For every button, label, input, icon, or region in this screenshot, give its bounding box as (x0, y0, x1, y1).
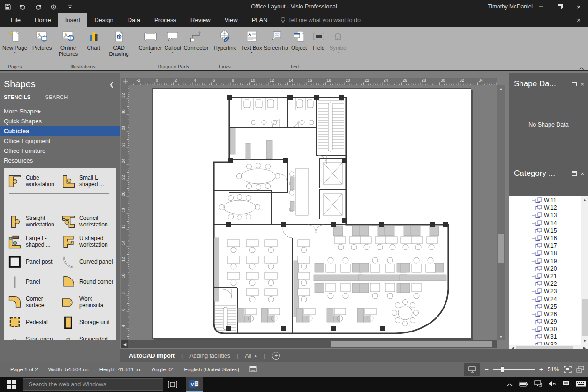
restore-button[interactable] (550, 0, 569, 13)
stencil-office-furniture[interactable]: Office Furniture (0, 146, 120, 156)
object-button[interactable]: Object (289, 27, 309, 51)
vertical-scrollbar[interactable]: ▲ ▼ (497, 85, 505, 340)
tab-file[interactable]: File (4, 13, 28, 27)
category-item[interactable]: W.19 (509, 257, 581, 265)
shape-corner-surface[interactable]: Corner surface (7, 292, 60, 312)
status-width[interactable]: Width: 54.504 m. (48, 367, 89, 372)
hidden-icons-chevron[interactable] (507, 380, 513, 389)
tab-home[interactable]: Home (28, 13, 58, 27)
category-item[interactable]: W.14 (509, 219, 581, 227)
tab-review[interactable]: Review (183, 13, 218, 27)
shape-u-shaped-workstation[interactable]: U shaped workstation (60, 232, 114, 252)
category-item[interactable]: W.25 (509, 303, 581, 310)
shape-pedestal[interactable]: Pedestal (7, 312, 60, 332)
shape-storage-unit[interactable]: Storage unit (60, 312, 114, 332)
touch-mode-icon[interactable] (50, 3, 60, 10)
shape-susp-open-shelf[interactable]: Susp open shelf (7, 332, 60, 340)
scroll-down-icon[interactable]: ▼ (497, 333, 505, 340)
minimize-button[interactable] (532, 0, 550, 13)
zoom-percentage[interactable]: 51% (548, 366, 559, 373)
tab-view[interactable]: View (218, 13, 245, 27)
symbol-button[interactable]: Ω Symbol ▾ (329, 27, 348, 54)
category-item[interactable]: W.12 (509, 204, 581, 211)
zoom-in-button[interactable]: + (539, 366, 543, 373)
hyperlink-button[interactable]: Hyperlink (213, 27, 237, 51)
category-item[interactable]: W.16 (509, 234, 581, 242)
text-box-button[interactable]: A Text Box ▾ (241, 27, 263, 54)
fit-page-button[interactable] (564, 366, 572, 374)
float-pane-icon[interactable] (572, 82, 577, 86)
shape-small-l-shaped[interactable]: Small L-shaped ... (60, 171, 114, 191)
network-icon[interactable] (534, 380, 542, 389)
shape-straight-workstation[interactable]: Straight workstation (7, 211, 60, 232)
category-item[interactable]: W.30 (509, 325, 581, 333)
tab-search[interactable]: SEARCH (45, 94, 68, 100)
status-height[interactable]: Height: 41.511 m. (99, 367, 142, 372)
window-switch-icon[interactable] (249, 366, 257, 373)
category-item[interactable]: W.24 (509, 295, 581, 302)
shape-council-workstation[interactable]: Council workstation (60, 211, 114, 232)
stencil-cubicles[interactable]: Cubicles (0, 126, 120, 136)
scroll-down-icon[interactable]: ▼ (581, 338, 588, 345)
drawing-canvas[interactable] (129, 85, 497, 340)
category-item[interactable]: W.29 (509, 318, 581, 325)
status-angle[interactable]: Angle: 0° (152, 367, 174, 372)
stencil-office-equipment[interactable]: Office Equipment (0, 136, 120, 146)
category-item[interactable]: W.23 (509, 287, 581, 295)
start-button[interactable] (0, 377, 23, 392)
undo-icon[interactable] (19, 4, 26, 10)
vertical-scroll-thumb[interactable] (498, 234, 504, 263)
drawing-page[interactable] (152, 88, 471, 339)
scroll-left-icon[interactable]: ◀ (121, 340, 128, 348)
stencil-quick-shapes[interactable]: Quick Shapes (0, 116, 120, 126)
online-pictures-button[interactable]: Online Pictures (53, 27, 84, 57)
shape-round-corner[interactable]: Round corner (60, 272, 114, 292)
screentip-button[interactable]: ScreenTip (263, 27, 289, 51)
zoom-out-button[interactable]: − (485, 366, 489, 373)
signed-in-user[interactable]: Timothy McDaniel (488, 0, 533, 13)
collapse-shapes-icon[interactable]: ❮ (109, 81, 114, 88)
zoom-slider[interactable] (493, 369, 535, 370)
page-tab-autocad-import[interactable]: AutoCAD import (129, 353, 175, 359)
field-button[interactable]: Field (309, 27, 329, 51)
category-item[interactable]: W.20 (509, 265, 581, 272)
container-button[interactable]: Container ▾ (138, 27, 163, 54)
save-icon[interactable] (5, 4, 11, 10)
new-page-button[interactable]: New Page ▾ (1, 27, 28, 54)
presentation-mode-button[interactable] (464, 363, 480, 376)
close-pane-icon[interactable]: × (580, 170, 584, 177)
horizontal-scroll-thumb[interactable] (331, 341, 492, 347)
cad-drawing-button[interactable]: CAD Drawing (104, 27, 135, 57)
stencil-resources[interactable]: Resources (0, 156, 120, 166)
tab-plan[interactable]: PLAN (245, 13, 275, 27)
float-pane-icon[interactable] (572, 171, 577, 176)
visio-taskbar-button[interactable]: V (186, 377, 203, 392)
shape-cube-workstation[interactable]: Cube workstation (7, 171, 60, 191)
shape-work-peninsula[interactable]: Work peninsula (60, 292, 114, 312)
tab-stencils[interactable]: STENCILS (4, 94, 31, 100)
category-item[interactable]: W.21 (509, 272, 581, 280)
category-vertical-scrollbar[interactable]: ▲ ▼ (581, 196, 588, 345)
scroll-up-icon[interactable]: ▲ (497, 85, 505, 92)
close-drawing-icon[interactable]: × (569, 13, 588, 27)
chart-button[interactable]: Chart (84, 27, 104, 51)
scroll-up-icon[interactable]: ▲ (581, 196, 588, 204)
task-view-button[interactable] (163, 377, 182, 392)
collapse-ribbon-icon[interactable] (579, 64, 584, 72)
shape-panel[interactable]: Panel (7, 272, 60, 292)
tab-insert[interactable]: Insert (58, 13, 88, 27)
category-item[interactable]: W.13 (509, 211, 581, 219)
redo-icon[interactable] (35, 4, 42, 10)
customize-qat-icon[interactable] (68, 4, 72, 9)
category-item[interactable]: W.26 (509, 310, 581, 318)
status-language[interactable]: English (United States) (184, 367, 240, 372)
insert-page-button[interactable]: + (272, 352, 280, 360)
category-item[interactable]: W.17 (509, 242, 581, 249)
switch-windows-button[interactable] (576, 366, 584, 374)
category-scroll-thumb[interactable] (582, 299, 588, 336)
action-center-icon[interactable] (562, 380, 570, 389)
volume-muted-icon[interactable] (548, 380, 556, 389)
tab-data[interactable]: Data (121, 13, 147, 27)
page-tab-adding-facilities[interactable]: Adding facilities (189, 353, 230, 359)
close-button[interactable]: × (569, 0, 588, 13)
